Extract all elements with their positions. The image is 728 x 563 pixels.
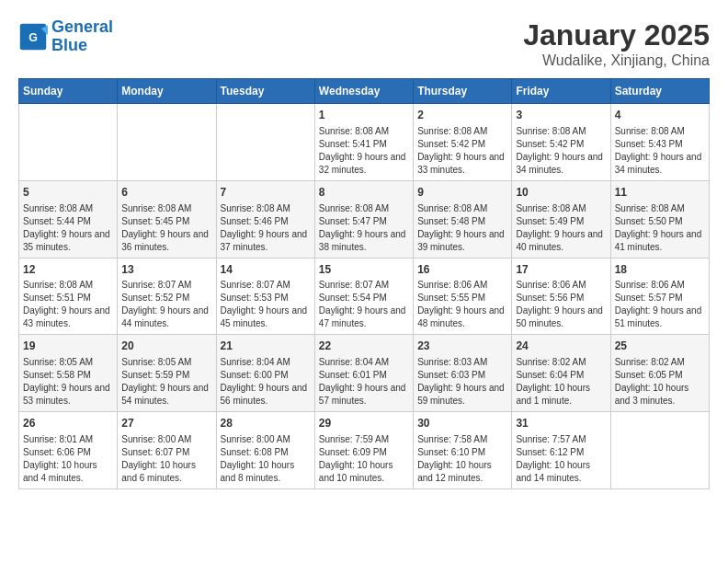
logo-text: General Blue [51, 18, 113, 55]
weekday-header-wednesday: Wednesday [314, 79, 413, 104]
day-number: 17 [516, 262, 606, 278]
calendar-cell: 26Sunrise: 8:01 AM Sunset: 6:06 PM Dayli… [19, 412, 118, 489]
day-info: Sunrise: 8:02 AM Sunset: 6:05 PM Dayligh… [615, 356, 705, 408]
weekday-header-sunday: Sunday [19, 79, 118, 104]
day-info: Sunrise: 8:01 AM Sunset: 6:06 PM Dayligh… [23, 433, 113, 485]
day-number: 10 [516, 185, 606, 201]
day-number: 3 [516, 108, 606, 123]
calendar-cell: 29Sunrise: 7:59 AM Sunset: 6:09 PM Dayli… [314, 412, 413, 489]
calendar-cell: 19Sunrise: 8:05 AM Sunset: 5:58 PM Dayli… [19, 335, 118, 412]
calendar-cell: 14Sunrise: 8:07 AM Sunset: 5:53 PM Dayli… [216, 258, 314, 335]
day-info: Sunrise: 8:08 AM Sunset: 5:42 PM Dayligh… [417, 125, 507, 177]
day-number: 20 [121, 339, 211, 354]
day-number: 16 [417, 262, 507, 278]
day-info: Sunrise: 8:08 AM Sunset: 5:45 PM Dayligh… [121, 202, 211, 254]
day-number: 6 [121, 185, 211, 201]
calendar-cell: 28Sunrise: 8:00 AM Sunset: 6:08 PM Dayli… [216, 412, 314, 489]
calendar-cell: 4Sunrise: 8:08 AM Sunset: 5:43 PM Daylig… [610, 104, 709, 181]
calendar-cell: 6Sunrise: 8:08 AM Sunset: 5:45 PM Daylig… [118, 180, 216, 258]
calendar-cell: 23Sunrise: 8:03 AM Sunset: 6:03 PM Dayli… [414, 335, 512, 412]
day-number: 31 [516, 416, 606, 431]
calendar-cell: 5Sunrise: 8:08 AM Sunset: 5:44 PM Daylig… [19, 180, 118, 258]
calendar-cell: 16Sunrise: 8:06 AM Sunset: 5:55 PM Dayli… [414, 258, 512, 335]
calendar-title: January 2025 [523, 18, 710, 52]
calendar-cell: 3Sunrise: 8:08 AM Sunset: 5:42 PM Daylig… [512, 104, 610, 181]
weekday-header-tuesday: Tuesday [216, 79, 314, 104]
day-info: Sunrise: 8:04 AM Sunset: 6:01 PM Dayligh… [319, 356, 409, 408]
calendar-cell: 8Sunrise: 8:08 AM Sunset: 5:47 PM Daylig… [314, 180, 413, 258]
day-number: 4 [615, 108, 705, 123]
day-info: Sunrise: 8:05 AM Sunset: 5:58 PM Dayligh… [23, 356, 113, 408]
day-info: Sunrise: 8:08 AM Sunset: 5:48 PM Dayligh… [417, 202, 507, 254]
day-info: Sunrise: 8:08 AM Sunset: 5:43 PM Dayligh… [615, 125, 705, 177]
week-row-2: 12Sunrise: 8:08 AM Sunset: 5:51 PM Dayli… [19, 258, 710, 335]
day-info: Sunrise: 7:57 AM Sunset: 6:12 PM Dayligh… [516, 433, 606, 485]
page-header: G General Blue January 2025 Wudalike, Xi… [18, 18, 710, 69]
logo-icon: G [18, 22, 48, 52]
day-number: 28 [221, 416, 311, 431]
day-info: Sunrise: 8:07 AM Sunset: 5:52 PM Dayligh… [121, 279, 211, 330]
day-info: Sunrise: 8:08 AM Sunset: 5:49 PM Dayligh… [516, 202, 606, 254]
calendar-cell [610, 412, 709, 489]
day-info: Sunrise: 8:08 AM Sunset: 5:50 PM Dayligh… [615, 202, 705, 254]
day-info: Sunrise: 8:06 AM Sunset: 5:55 PM Dayligh… [417, 279, 507, 330]
day-number: 7 [221, 185, 311, 201]
day-number: 5 [23, 185, 113, 201]
day-info: Sunrise: 7:59 AM Sunset: 6:09 PM Dayligh… [319, 433, 409, 485]
day-info: Sunrise: 8:02 AM Sunset: 6:04 PM Dayligh… [516, 356, 606, 408]
day-number: 19 [23, 339, 113, 354]
week-row-1: 5Sunrise: 8:08 AM Sunset: 5:44 PM Daylig… [19, 180, 710, 258]
day-number: 14 [221, 262, 311, 278]
calendar-cell: 18Sunrise: 8:06 AM Sunset: 5:57 PM Dayli… [610, 258, 709, 335]
day-number: 13 [121, 262, 211, 278]
day-info: Sunrise: 8:03 AM Sunset: 6:03 PM Dayligh… [417, 356, 507, 408]
calendar-cell: 12Sunrise: 8:08 AM Sunset: 5:51 PM Dayli… [19, 258, 118, 335]
calendar-cell [118, 104, 216, 181]
day-number: 21 [221, 339, 311, 354]
day-info: Sunrise: 8:07 AM Sunset: 5:53 PM Dayligh… [221, 279, 311, 330]
calendar-cell: 30Sunrise: 7:58 AM Sunset: 6:10 PM Dayli… [414, 412, 512, 489]
calendar-subtitle: Wudalike, Xinjiang, China [523, 52, 710, 69]
calendar-cell: 21Sunrise: 8:04 AM Sunset: 6:00 PM Dayli… [216, 335, 314, 412]
day-info: Sunrise: 8:06 AM Sunset: 5:56 PM Dayligh… [516, 279, 606, 330]
day-number: 23 [417, 339, 507, 354]
day-number: 24 [516, 339, 606, 354]
calendar-cell: 27Sunrise: 8:00 AM Sunset: 6:07 PM Dayli… [118, 412, 216, 489]
day-number: 1 [319, 108, 409, 123]
day-info: Sunrise: 8:00 AM Sunset: 6:07 PM Dayligh… [121, 433, 211, 485]
day-number: 22 [319, 339, 409, 354]
day-number: 25 [615, 339, 705, 354]
weekday-header-saturday: Saturday [610, 79, 709, 104]
day-number: 29 [319, 416, 409, 431]
day-info: Sunrise: 8:08 AM Sunset: 5:51 PM Dayligh… [23, 279, 113, 330]
calendar-cell: 25Sunrise: 8:02 AM Sunset: 6:05 PM Dayli… [610, 335, 709, 412]
calendar-cell: 7Sunrise: 8:08 AM Sunset: 5:46 PM Daylig… [216, 180, 314, 258]
day-number: 26 [23, 416, 113, 431]
weekday-header-thursday: Thursday [414, 79, 512, 104]
calendar-cell: 9Sunrise: 8:08 AM Sunset: 5:48 PM Daylig… [414, 180, 512, 258]
day-info: Sunrise: 8:08 AM Sunset: 5:46 PM Dayligh… [221, 202, 311, 254]
svg-text:G: G [28, 31, 38, 44]
logo: G General Blue [18, 18, 113, 55]
day-info: Sunrise: 8:08 AM Sunset: 5:47 PM Dayligh… [319, 202, 409, 254]
day-info: Sunrise: 8:04 AM Sunset: 6:00 PM Dayligh… [221, 356, 311, 408]
calendar-cell: 22Sunrise: 8:04 AM Sunset: 6:01 PM Dayli… [314, 335, 413, 412]
calendar-cell: 15Sunrise: 8:07 AM Sunset: 5:54 PM Dayli… [314, 258, 413, 335]
weekday-header-row: SundayMondayTuesdayWednesdayThursdayFrid… [19, 79, 710, 104]
day-info: Sunrise: 8:08 AM Sunset: 5:42 PM Dayligh… [516, 125, 606, 177]
day-info: Sunrise: 8:07 AM Sunset: 5:54 PM Dayligh… [319, 279, 409, 330]
calendar-cell: 1Sunrise: 8:08 AM Sunset: 5:41 PM Daylig… [314, 104, 413, 181]
day-number: 18 [615, 262, 705, 278]
day-info: Sunrise: 8:08 AM Sunset: 5:41 PM Dayligh… [319, 125, 409, 177]
calendar-cell: 10Sunrise: 8:08 AM Sunset: 5:49 PM Dayli… [512, 180, 610, 258]
day-number: 2 [417, 108, 507, 123]
day-number: 8 [319, 185, 409, 201]
day-info: Sunrise: 8:06 AM Sunset: 5:57 PM Dayligh… [615, 279, 705, 330]
day-number: 15 [319, 262, 409, 278]
day-number: 12 [23, 262, 113, 278]
calendar-cell: 17Sunrise: 8:06 AM Sunset: 5:56 PM Dayli… [512, 258, 610, 335]
calendar-cell: 20Sunrise: 8:05 AM Sunset: 5:59 PM Dayli… [118, 335, 216, 412]
calendar-cell: 24Sunrise: 8:02 AM Sunset: 6:04 PM Dayli… [512, 335, 610, 412]
day-info: Sunrise: 8:00 AM Sunset: 6:08 PM Dayligh… [221, 433, 311, 485]
calendar-cell: 13Sunrise: 8:07 AM Sunset: 5:52 PM Dayli… [118, 258, 216, 335]
